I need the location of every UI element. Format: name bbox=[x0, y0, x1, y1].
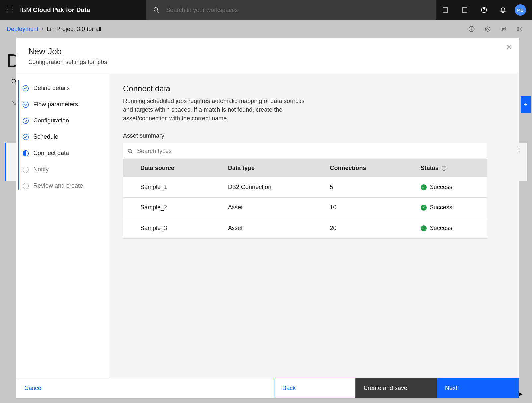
step-label: Review and create bbox=[33, 182, 83, 189]
svg-point-0 bbox=[154, 8, 158, 11]
wizard-step-define-details[interactable]: Define details bbox=[16, 80, 109, 96]
svg-point-8 bbox=[517, 30, 519, 31]
modal-header: New Job Configuration settings for jobs bbox=[16, 38, 519, 74]
wizard-steps: Define detailsFlow parametersConfigurati… bbox=[16, 74, 109, 378]
global-search-input[interactable] bbox=[166, 0, 436, 20]
cell-status: ✓Success bbox=[403, 198, 487, 218]
table-row[interactable]: Sample_3Asset20✓Success bbox=[123, 218, 487, 239]
panel-title: Connect data bbox=[123, 84, 505, 93]
col-data-source: Data source bbox=[123, 159, 211, 177]
modal-body: Define detailsFlow parametersConfigurati… bbox=[16, 74, 519, 378]
back-button[interactable]: Back bbox=[274, 378, 356, 398]
breadcrumb-current: Lin Project 3.0 for all bbox=[47, 26, 101, 33]
cell-type: Asset bbox=[211, 218, 312, 239]
asset-rows: Sample_1DB2 Connection5✓SuccessSample_2A… bbox=[123, 177, 487, 239]
cell-status: ✓Success bbox=[403, 177, 487, 198]
svg-rect-2 bbox=[462, 8, 467, 12]
svg-rect-1 bbox=[443, 8, 448, 12]
global-search[interactable] bbox=[146, 0, 436, 20]
modal-subtitle: Configuration settings for jobs bbox=[28, 59, 507, 66]
cell-connections: 20 bbox=[312, 218, 403, 239]
step-label: Connect data bbox=[33, 150, 69, 157]
manage-icon[interactable] bbox=[516, 26, 523, 32]
user-avatar[interactable]: MB bbox=[515, 4, 526, 16]
help-icon[interactable] bbox=[474, 0, 494, 20]
col-data-type: Data type bbox=[211, 159, 312, 177]
comments-icon[interactable] bbox=[500, 26, 507, 32]
modal-title: New Job bbox=[28, 46, 507, 57]
top-bar: IBM Cloud Pak for Data MB bbox=[0, 0, 532, 20]
svg-point-7 bbox=[520, 27, 521, 28]
svg-point-16 bbox=[23, 183, 29, 189]
wizard-step-flow-parameters[interactable]: Flow parameters bbox=[16, 96, 109, 113]
cell-type: DB2 Connection bbox=[211, 177, 312, 198]
brand-label: IBM Cloud Pak for Data bbox=[20, 6, 103, 14]
cell-source: Sample_1 bbox=[123, 177, 211, 198]
table-row[interactable]: Sample_2Asset10✓Success bbox=[123, 198, 487, 218]
pager-next-icon[interactable]: ▶ bbox=[519, 391, 523, 397]
svg-point-15 bbox=[23, 167, 29, 172]
cell-connections: 10 bbox=[312, 198, 403, 218]
topbar-right: MB bbox=[436, 0, 532, 20]
panel-description: Running scheduled jobs requires automati… bbox=[123, 97, 315, 122]
col-connections: Connections bbox=[312, 159, 403, 177]
add-button[interactable]: + bbox=[521, 96, 531, 113]
cell-source: Sample_2 bbox=[123, 198, 211, 218]
footer-spacer bbox=[109, 378, 274, 398]
breadcrumb-link[interactable]: Deployment bbox=[7, 26, 38, 33]
table-row[interactable]: Sample_1DB2 Connection5✓Success bbox=[123, 177, 487, 198]
panel2-icon[interactable] bbox=[455, 0, 474, 20]
wizard-step-review-and-create[interactable]: Review and create bbox=[16, 178, 109, 194]
cell-source: Sample_3 bbox=[123, 218, 211, 239]
step-label: Flow parameters bbox=[33, 101, 78, 108]
wizard-step-notify[interactable]: Notify bbox=[16, 161, 109, 178]
close-icon[interactable] bbox=[504, 42, 513, 52]
step-label: Configuration bbox=[33, 117, 69, 124]
wizard-step-configuration[interactable]: Configuration bbox=[16, 113, 109, 129]
cancel-button[interactable]: Cancel bbox=[16, 378, 109, 398]
step-label: Notify bbox=[33, 166, 49, 173]
cell-status: ✓Success bbox=[403, 218, 487, 239]
create-and-save-button[interactable]: Create and save bbox=[356, 378, 437, 398]
success-icon: ✓ bbox=[421, 184, 427, 190]
bg-tab-fragment: O bbox=[11, 78, 16, 85]
col-status: Status bbox=[403, 159, 487, 177]
step-label: Define details bbox=[33, 85, 70, 92]
info-icon[interactable] bbox=[468, 26, 475, 32]
wizard-step-schedule[interactable]: Schedule bbox=[16, 129, 109, 145]
search-icon bbox=[146, 7, 166, 13]
success-icon: ✓ bbox=[421, 225, 427, 231]
new-job-modal: New Job Configuration settings for jobs … bbox=[16, 38, 519, 398]
breadcrumb-separator: / bbox=[42, 26, 43, 33]
wizard-step-connect-data[interactable]: Connect data bbox=[16, 145, 109, 161]
cell-connections: 5 bbox=[312, 177, 403, 198]
panel1-icon[interactable] bbox=[436, 0, 455, 20]
info-icon[interactable] bbox=[441, 166, 447, 171]
connect-data-panel: Connect data Running scheduled jobs requ… bbox=[109, 74, 519, 378]
step-label: Schedule bbox=[33, 133, 58, 140]
asset-summary-label: Asset summary bbox=[123, 132, 505, 139]
search-icon bbox=[128, 149, 133, 154]
menu-icon[interactable] bbox=[0, 0, 20, 20]
table-search[interactable] bbox=[123, 143, 487, 159]
success-icon: ✓ bbox=[421, 205, 427, 211]
notifications-icon[interactable] bbox=[494, 0, 513, 20]
page-action-icons bbox=[468, 26, 525, 32]
table-search-input[interactable] bbox=[137, 148, 483, 155]
breadcrumb-bar: Deployment / Lin Project 3.0 for all bbox=[0, 20, 532, 38]
svg-point-17 bbox=[128, 149, 132, 152]
svg-point-6 bbox=[517, 27, 519, 28]
next-button[interactable]: Next bbox=[437, 378, 519, 398]
asset-summary-table: Data source Data type Connections Status bbox=[123, 159, 487, 239]
svg-point-9 bbox=[520, 30, 521, 31]
cell-type: Asset bbox=[211, 198, 312, 218]
history-icon[interactable] bbox=[484, 26, 491, 32]
svg-point-4 bbox=[484, 11, 484, 12]
modal-footer: Cancel Back Create and save Next bbox=[16, 378, 519, 398]
